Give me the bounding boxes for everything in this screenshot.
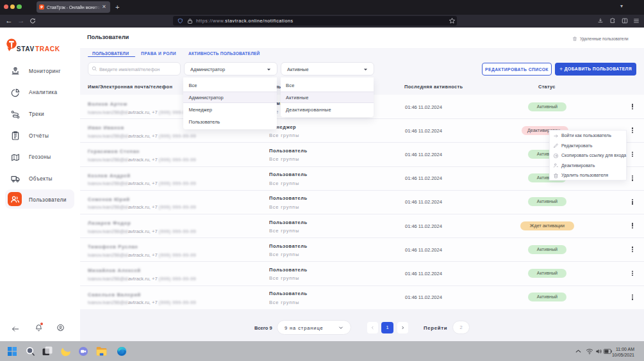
svg-text:TRACK: TRACK	[35, 45, 60, 52]
svg-text:STAV: STAV	[17, 45, 35, 52]
